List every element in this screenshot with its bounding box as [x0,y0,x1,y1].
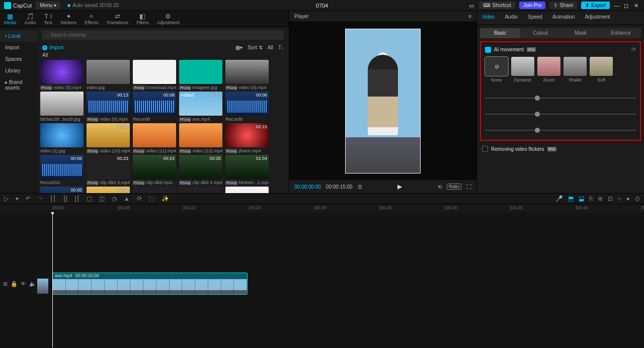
sidebar-item-library[interactable]: Library [0,65,37,76]
sidebar-item-import[interactable]: Import [0,42,37,53]
media-item[interactable]: 00:08Record8 [133,92,176,122]
media-item[interactable]: 00:15AddedProxyave.mp4 [179,92,222,122]
sidebar-item-spaces[interactable]: Spaces [0,53,37,65]
media-item[interactable]: 01:04ProxyMomen...1.mp4 [225,155,269,185]
rsub-basic[interactable]: Basic [480,28,520,38]
undo-icon[interactable]: ↶ [26,195,31,202]
media-item[interactable]: 00:05 [40,187,84,193]
tab-transitions[interactable]: ⇄Transitions [102,11,132,27]
playhead[interactable] [52,212,53,347]
flicker-checkbox[interactable] [482,146,488,152]
cover-on-icon[interactable]: ⬒ [568,195,574,202]
align-icon[interactable]: ⊕ [598,195,603,202]
media-item[interactable]: 00:06 [87,187,130,193]
zoom-out-icon[interactable]: ○ [618,195,621,202]
media-item[interactable]: 00:35Proxyclip dikit 4.mp4 [179,155,222,185]
maximize-icon[interactable]: ◻ [624,3,630,9]
tracks-area[interactable]: ⊞ 🔒 👁 🔈 ave.mp4 00:00:15:00 [0,212,644,347]
list-icon[interactable]: ☰ [358,184,362,190]
movement-shake[interactable]: Shake [564,57,587,82]
fullscreen-icon[interactable]: ⛶ [466,184,471,190]
movement-soft[interactable]: Soft [590,57,613,82]
movement-none[interactable]: ⊘None [485,57,508,82]
media-item[interactable]: b83ae1bf...be28.jpg [40,92,84,122]
media-item[interactable]: 00:08Proxyvideo (10).mp4 [87,123,130,153]
movement-dynamic[interactable]: Dynamic [511,57,534,82]
ai-slider-1[interactable] [485,98,636,99]
media-item[interactable] [133,187,176,193]
import-button[interactable]: + Import [42,45,63,50]
tab-adjustment[interactable]: ⚙Adjustment [153,11,184,27]
chevron-down-icon[interactable]: ▾ [16,195,19,202]
rtab-video[interactable]: Video [477,11,500,25]
ai-slider-3[interactable] [485,130,636,131]
split-icon[interactable]: ⎮⎮ [50,195,56,202]
timeline-clip[interactable]: ave.mp4 00:00:15:00 [52,273,248,295]
delete-icon[interactable]: ▢ [87,195,92,202]
mute-icon[interactable]: 🔈 [29,281,36,287]
timeline-settings-icon[interactable]: ⊙ [635,195,640,202]
sidebar-item-local[interactable]: • Local [0,30,37,42]
player-viewport[interactable] [289,22,476,180]
search-input[interactable]: ○ Search material [42,30,284,40]
rsub-mask[interactable]: Mask [560,28,601,38]
tab-audio[interactable]: 🎵Audio [21,11,40,27]
media-item[interactable]: video (1).jpg [40,123,84,153]
menu-button[interactable]: Menu ▾ [36,2,60,9]
split-right-icon[interactable]: ]⎮ [74,195,79,202]
media-item[interactable]: 00:15Proxyjihann.mp4 [225,123,269,153]
rtab-speed[interactable]: Speed [523,11,547,25]
eye-icon[interactable]: 👁 [21,281,26,287]
join-pro-button[interactable]: Join Pro [519,2,546,9]
media-item[interactable]: Proxyvideo (11).mp4 [133,123,176,153]
filter-all[interactable]: All [268,45,273,50]
split-left-icon[interactable]: ⎮[ [63,195,67,202]
movement-zoom[interactable]: Zoom [537,57,560,82]
media-item[interactable]: 00:06Record9 [225,92,269,122]
media-item[interactable]: Proxyvideo (5).mp4 [40,60,84,90]
crop-icon[interactable]: ⬚ [149,195,154,202]
snapshot-icon[interactable]: ⟲ [438,184,442,190]
ai-slider-2[interactable] [485,114,636,115]
filter-icon[interactable]: T↓ [278,45,284,50]
tab-stickers[interactable]: ✦Stickers [56,11,80,27]
minimize-icon[interactable]: — [614,3,620,9]
rtab-audio[interactable]: Audio [500,11,523,25]
tab-filters[interactable]: ◧Filters [132,11,153,27]
media-item[interactable]: Proxyvideo (12).mp4 [179,123,222,153]
tab-text[interactable]: T IText [40,11,57,27]
ai-movement-checkbox[interactable] [485,47,491,53]
media-item[interactable]: video.jpg [87,60,130,90]
time-ruler[interactable]: 00:00|00:05|00:10|00:15|00:20|00:25|00:3… [0,204,644,212]
mic-icon[interactable]: 🎤 [555,195,563,202]
selection-tool-icon[interactable]: ▷ [4,195,9,202]
tab-media[interactable]: ▦Media [0,11,21,27]
cover-off-icon[interactable]: ⬓ [579,195,584,202]
media-item[interactable]: 00:23Proxyclip dikit 3.mp4 [87,155,130,185]
shortcut-button[interactable]: ⌨ Shortcut [479,2,515,9]
rsub-cutout[interactable]: Cutout [520,28,560,38]
sidebar-item-brand-assets[interactable]: ▸ Brand assets [0,76,37,94]
player-menu-icon[interactable]: ≡ [468,14,471,19]
ratio-button[interactable]: Ratio [447,184,461,190]
sort-button[interactable]: Sort ⇅ [248,45,262,50]
track-view-icon[interactable]: ⊡ [608,195,613,202]
media-item[interactable]: 00:06Record10 [40,155,84,185]
reset-icon[interactable]: ⟳ [631,46,636,53]
add-track-icon[interactable]: ⊞ [3,281,8,287]
link-icon[interactable]: ⎘ [589,195,593,202]
media-item[interactable]: Proxyvideo (9).mp4 [225,60,269,90]
media-item[interactable] [179,187,222,193]
view-toggle[interactable]: ▦▾ [235,45,243,50]
mirror-icon[interactable]: ▲ [124,195,130,202]
freeze-icon[interactable]: ◫ [99,195,105,202]
play-button[interactable]: ▶ [397,183,402,190]
rtab-adjustment[interactable]: Adjustment [580,11,615,25]
share-button[interactable]: ⇪ Share [549,2,577,9]
rotate-icon[interactable]: ⟳ [137,195,142,202]
media-item[interactable]: ProxyDownload.mp4 [133,60,176,90]
lock-icon[interactable]: 🔒 [11,281,18,287]
reverse-icon[interactable]: ◷ [112,195,117,202]
tab-effects[interactable]: ✧Effects [80,11,102,27]
export-button[interactable]: ⬆ Export [581,2,610,9]
